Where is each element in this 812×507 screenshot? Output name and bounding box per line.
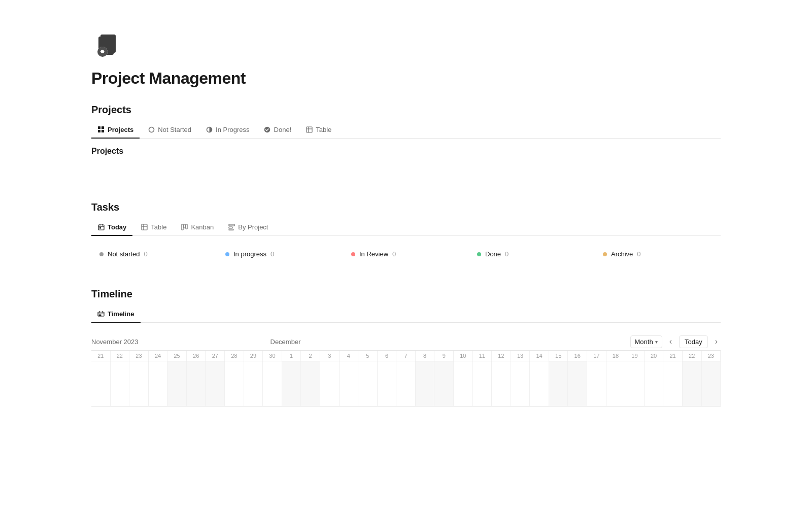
- timeline-date-10: 10: [454, 351, 473, 361]
- tasks-tab-bar: Today Table: [91, 219, 721, 236]
- timeline-date-21: 21: [91, 351, 111, 361]
- in-progress-count: 0: [270, 250, 274, 258]
- timeline-section: Timeline Timeline: [91, 288, 721, 407]
- timeline-date-13: 13: [511, 351, 530, 361]
- timeline-body-cell-17: [416, 361, 435, 406]
- in-review-label: In Review: [359, 250, 388, 258]
- tab-kanban-label: Kanban: [191, 223, 214, 231]
- done-label: Done: [485, 250, 501, 258]
- timeline-body-cell-20: [473, 361, 492, 406]
- projects-section: Projects Projects: [91, 104, 721, 177]
- timeline-body-cell-10: [282, 361, 301, 406]
- prev-arrow-button[interactable]: ‹: [666, 335, 675, 348]
- by-project-icon: [228, 224, 235, 231]
- tab-in-progress[interactable]: In Progress: [199, 122, 255, 139]
- kanban-col-archive: Archive 0: [595, 244, 721, 264]
- timeline-body-cell-0: [91, 361, 111, 406]
- timeline-date-1: 1: [282, 351, 301, 361]
- in-review-count: 0: [392, 250, 396, 258]
- timeline-nav-controls: Month ▾ ‹ Today ›: [630, 335, 721, 348]
- not-started-count: 0: [144, 250, 148, 258]
- december-label: December: [270, 338, 301, 346]
- timeline-body-cell-7: [225, 361, 244, 406]
- timeline-date-2: 2: [301, 351, 320, 361]
- tab-by-project[interactable]: By Project: [222, 219, 274, 236]
- not-started-label: Not started: [108, 250, 140, 258]
- timeline-body-cell-25: [568, 361, 587, 406]
- timeline-date-22: 22: [683, 351, 702, 361]
- archive-label: Archive: [611, 250, 633, 258]
- timeline-body-cell-2: [129, 361, 149, 406]
- kanban-header-archive: Archive 0: [603, 250, 713, 258]
- timeline-date-15: 15: [549, 351, 568, 361]
- timeline-body-cell-26: [587, 361, 606, 406]
- svg-rect-19: [99, 227, 100, 228]
- timeline-body-cell-28: [625, 361, 645, 406]
- tab-tasks-table[interactable]: Table: [134, 219, 173, 236]
- svg-point-9: [149, 127, 154, 132]
- timeline-date-17: 17: [587, 351, 606, 361]
- page-container: Project Management Projects Projects: [51, 0, 761, 437]
- timeline-date-28: 28: [225, 351, 244, 361]
- svg-rect-20: [142, 224, 147, 230]
- tab-projects[interactable]: Projects: [91, 122, 140, 139]
- in-review-dot: [351, 252, 355, 256]
- tab-tasks-table-label: Table: [151, 223, 166, 231]
- tab-timeline[interactable]: Timeline: [91, 306, 141, 323]
- tab-done-label: Done!: [274, 126, 292, 133]
- month-selector-label: Month: [635, 338, 653, 346]
- timeline-body-cell-14: [358, 361, 378, 406]
- timeline-date-30: 30: [263, 351, 282, 361]
- svg-rect-5: [98, 126, 100, 129]
- svg-rect-6: [101, 126, 104, 129]
- timeline-body-cell-16: [396, 361, 416, 406]
- timeline-body-cell-11: [301, 361, 320, 406]
- timeline-body-cell-15: [378, 361, 397, 406]
- svg-rect-24: [184, 224, 185, 228]
- svg-point-4: [101, 50, 104, 53]
- timeline-body-cell-27: [606, 361, 626, 406]
- tasks-section: Tasks Today: [91, 201, 721, 264]
- month-selector[interactable]: Month ▾: [630, 335, 662, 348]
- kanban-header-in-progress: In progress 0: [225, 250, 335, 258]
- svg-rect-25: [186, 224, 187, 229]
- tab-done[interactable]: Done!: [258, 122, 298, 139]
- timeline-outer: November 2023 December Month ▾ ‹ Today ›: [91, 331, 721, 407]
- tab-projects-label: Projects: [108, 126, 133, 133]
- timeline-date-11: 11: [473, 351, 492, 361]
- kanban-col-done: Done 0: [469, 244, 595, 264]
- timeline-date-16: 16: [568, 351, 587, 361]
- not-started-dot: [99, 252, 104, 256]
- tab-table-label: Table: [316, 126, 331, 133]
- tasks-heading: Tasks: [91, 201, 721, 213]
- tasks-table-icon: [141, 224, 148, 231]
- tab-kanban[interactable]: Kanban: [175, 219, 220, 236]
- timeline-date-12: 12: [492, 351, 511, 361]
- timeline-heading: Timeline: [91, 288, 721, 300]
- today-calendar-icon: [97, 224, 105, 231]
- timeline-date-25: 25: [167, 351, 187, 361]
- tab-today-label: Today: [108, 223, 126, 231]
- timeline-date-20: 20: [645, 351, 664, 361]
- svg-rect-7: [98, 130, 100, 132]
- next-arrow-button[interactable]: ›: [712, 335, 721, 348]
- timeline-date-26: 26: [187, 351, 206, 361]
- svg-rect-27: [229, 227, 232, 228]
- timeline-body-cell-30: [663, 361, 683, 406]
- tab-table[interactable]: Table: [299, 122, 337, 139]
- grid-icon: [97, 126, 105, 133]
- timeline-body-cell-8: [244, 361, 263, 406]
- timeline-date-8: 8: [416, 351, 435, 361]
- projects-content: Projects: [91, 147, 721, 177]
- kanban-icon: [181, 224, 188, 231]
- check-circle-icon: [264, 126, 271, 133]
- tab-today[interactable]: Today: [91, 219, 132, 236]
- timeline-date-21: 21: [663, 351, 683, 361]
- timeline-tab-bar: Timeline: [91, 306, 721, 323]
- timeline-body-cell-19: [454, 361, 473, 406]
- half-circle-icon: [206, 126, 213, 133]
- timeline-date-27: 27: [206, 351, 225, 361]
- tab-not-started[interactable]: Not Started: [142, 122, 197, 139]
- svg-rect-33: [99, 315, 101, 316]
- today-button[interactable]: Today: [679, 335, 708, 348]
